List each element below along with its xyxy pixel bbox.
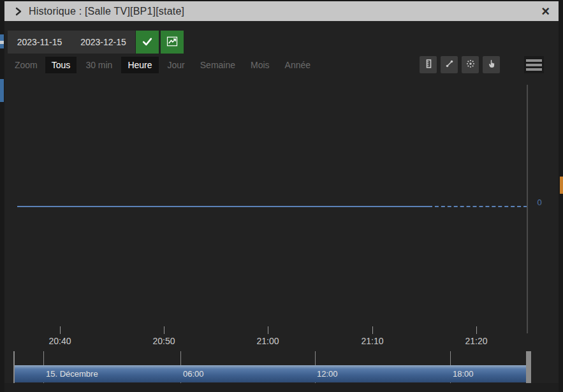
apply-button[interactable] [136,31,159,54]
zoom-label: Zoom [12,60,43,70]
ruler-button[interactable] [420,56,437,73]
y-axis-tick-label: 0 [532,198,546,207]
x-axis-tick-label: 21:00 [249,336,287,346]
line-chart-icon [166,36,178,49]
navigator-label: 18:00 [453,365,474,382]
x-axis-tick-label: 21:20 [457,336,495,346]
background-tab-notch [0,41,4,44]
x-axis-tick-label: 21:10 [353,336,391,346]
dialog-body: 2023-11-15 2023-12-15 Zoom Tous 30 min H… [4,21,559,392]
x-axis-tick [60,326,61,334]
x-axis-tick [164,326,165,334]
dialog-title: Historique : [Salle TV][BP1][state] [29,6,184,17]
navigator-label: 15. Décembre [46,365,98,382]
x-axis-tick [372,326,373,334]
background-left-strip [0,0,4,392]
close-icon[interactable]: × [539,5,552,18]
ruler-icon [423,59,434,71]
dialog-footer [4,383,559,392]
hamburger-menu-icon [526,68,542,71]
pan-hand-button[interactable] [483,56,500,73]
zoom-button-heure[interactable]: Heure [121,57,158,73]
series-line-solid [17,206,428,207]
zoom-button-annee[interactable]: Année [279,57,317,73]
zoom-button-30min[interactable]: 30 min [79,57,119,73]
pan-hand-icon [486,59,497,71]
background-tab-indicator [0,79,4,102]
date-to-input[interactable]: 2023-12-15 [71,31,135,54]
scatter-points-icon [465,59,476,71]
zoom-button-mois[interactable]: Mois [244,57,276,73]
hamburger-menu-icon [526,59,542,62]
x-axis-tick-label: 20:40 [41,336,79,346]
x-axis-tick [268,326,268,334]
screen: Historique : [Salle TV][BP1][state] × 20… [0,0,563,392]
x-axis-tick-label: 20:50 [145,336,183,346]
hamburger-menu-icon [526,64,542,66]
chart-toolbox [420,56,500,73]
navigator-range-bar[interactable]: 15. Décembre 06:00 12:00 18:00 [15,365,526,382]
line-style-icon [444,59,455,71]
open-chart-button[interactable] [161,31,184,54]
background-right-strip [559,0,563,392]
navigator-right-handle[interactable] [526,351,531,383]
zoom-presets: Zoom Tous 30 min Heure Jour Semaine Mois… [12,56,317,74]
chevron-right-icon [15,7,22,16]
y-axis-line [527,85,528,333]
navigator-label: 06:00 [183,365,204,382]
navigator-label: 12:00 [317,365,338,382]
background-scroll-indicator [560,177,563,194]
menu-button[interactable] [524,56,544,73]
date-from-input[interactable]: 2023-11-15 [8,31,71,54]
zoom-button-jour[interactable]: Jour [161,57,191,73]
line-style-button[interactable] [441,56,458,73]
series-line-dashed [428,206,527,207]
scatter-points-button[interactable] [462,56,479,73]
zoom-button-semaine[interactable]: Semaine [194,57,242,73]
x-axis-tick [476,326,477,334]
check-icon [141,35,154,50]
dialog-titlebar: Historique : [Salle TV][BP1][state] × [4,1,559,21]
date-range-group: 2023-11-15 2023-12-15 [8,31,135,54]
zoom-button-tous[interactable]: Tous [45,57,77,73]
